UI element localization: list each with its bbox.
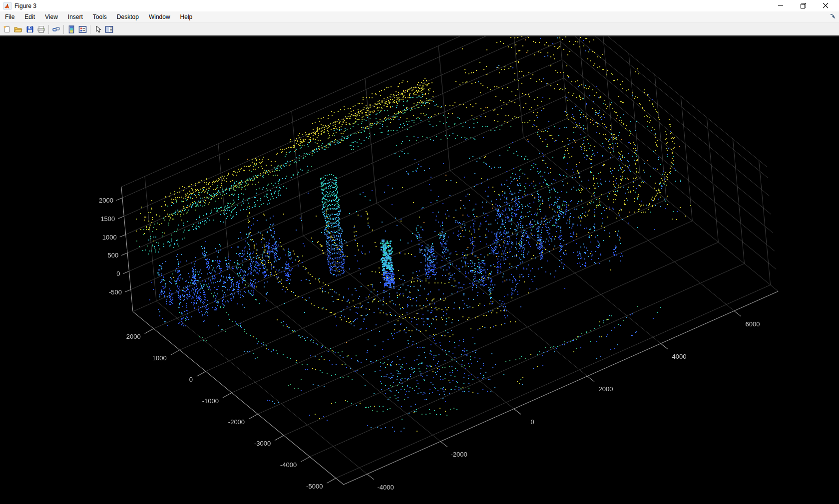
menu-view[interactable]: View — [40, 12, 63, 22]
minimize-button[interactable] — [770, 0, 792, 11]
dock-figure-arrow-icon[interactable] — [830, 13, 836, 19]
toolbar-separator — [48, 25, 49, 34]
close-icon — [823, 3, 829, 8]
open-file-icon — [14, 25, 22, 33]
save-figure-button[interactable] — [24, 24, 35, 35]
insert-colorbar-icon — [68, 25, 75, 33]
link-plot-button[interactable] — [50, 24, 62, 35]
title-bar: Figure 3 — [0, 0, 839, 11]
insert-legend-button[interactable] — [77, 24, 88, 35]
new-figure-button[interactable] — [1, 24, 12, 35]
restore-icon — [801, 3, 806, 8]
menu-help[interactable]: Help — [175, 12, 198, 22]
new-figure-icon — [3, 25, 11, 33]
open-file-button[interactable] — [12, 24, 24, 35]
link-plot-icon — [52, 25, 60, 33]
minimize-icon — [778, 3, 784, 8]
insert-colorbar-button[interactable] — [65, 24, 77, 35]
insert-legend-icon — [78, 25, 87, 33]
close-button[interactable] — [815, 0, 837, 11]
edit-plot-cursor-icon — [94, 25, 101, 33]
menu-bar: File Edit View Insert Tools Desktop Wind… — [0, 11, 839, 23]
toolbar-separator — [90, 25, 90, 34]
property-inspector-button[interactable] — [103, 24, 115, 35]
property-inspector-icon — [105, 25, 113, 33]
menu-insert[interactable]: Insert — [63, 12, 88, 22]
menu-tools[interactable]: Tools — [88, 12, 112, 22]
point-cloud-canvas[interactable] — [0, 36, 839, 504]
matlab-figure-icon — [3, 2, 11, 9]
print-figure-icon — [37, 25, 45, 33]
edit-plot-button[interactable] — [92, 24, 103, 35]
print-figure-button[interactable] — [35, 24, 47, 35]
save-figure-icon — [26, 25, 34, 33]
menu-edit[interactable]: Edit — [19, 12, 40, 22]
figure-toolbar — [0, 23, 839, 36]
menu-window[interactable]: Window — [144, 12, 175, 22]
toolbar-separator — [63, 25, 64, 34]
restore-button[interactable] — [792, 0, 815, 11]
figure-axes-area — [0, 36, 839, 504]
window-title: Figure 3 — [14, 2, 36, 9]
menu-desktop[interactable]: Desktop — [112, 12, 144, 22]
menu-file[interactable]: File — [0, 12, 19, 22]
